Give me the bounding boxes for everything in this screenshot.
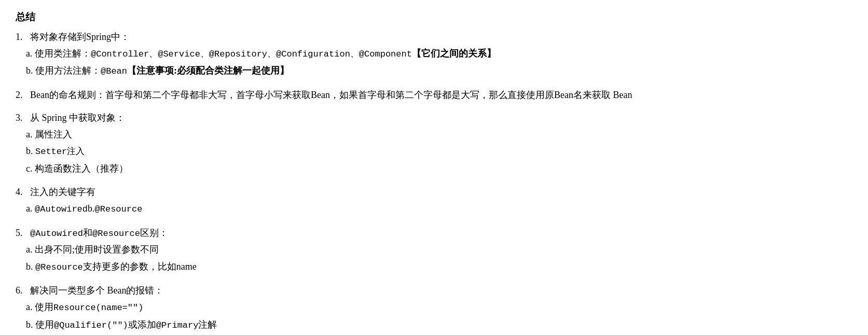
item-5-code1: @Autowired <box>30 229 83 239</box>
item-2-content: Bean的命名规则：首字母和第二个字母都非大写，首字母小写来获取Bean，如果首… <box>30 87 852 103</box>
item-5b-label: b. <box>26 261 35 272</box>
item-5b-post: 支持更多的参数，比如name <box>83 261 197 272</box>
section-title: 总结 <box>16 10 852 24</box>
item-6b-code1: @Qualifier("") <box>54 320 128 330</box>
item-5b: b. @Resource支持更多的参数，比如name <box>16 258 852 276</box>
content-area: 总结 1. 将对象存储到Spring中： a. 使用类注解：@Controlle… <box>16 10 852 333</box>
item-6-number: 6. <box>16 283 30 299</box>
item-1a: a. 使用类注解：@Controller、@Service、@Repositor… <box>16 45 852 63</box>
item-4: 4. 注入的关键字有 a. @Autowiredb.@Resource <box>16 184 852 217</box>
item-4a-code1: @Autowired <box>35 204 88 214</box>
item-4a-label2: b. <box>88 203 95 214</box>
item-3c-text: 构造函数注入（推荐） <box>35 163 128 174</box>
item-2-bean: Bean <box>613 90 632 100</box>
item-5a-label: a. <box>26 244 35 255</box>
item-5-post: 区别： <box>140 228 168 238</box>
item-4a-code2: @Resource <box>95 204 143 214</box>
item-1-content: 将对象存储到Spring中： <box>30 29 852 45</box>
item-5a: a. 出身不同;使用时设置参数不同 <box>16 241 852 258</box>
item-4-number: 4. <box>16 184 30 200</box>
item-1b-pre: 使用方法注解： <box>35 65 101 76</box>
item-3b-text: Setter注入 <box>35 147 85 157</box>
item-1: 1. 将对象存储到Spring中： a. 使用类注解：@Controller、@… <box>16 29 852 80</box>
item-1a-bold: 【它们之间的关系】 <box>412 48 496 59</box>
item-1a-pre: 使用类注解： <box>35 48 91 59</box>
item-6b-post: 注解 <box>198 319 217 330</box>
item-5-code2: @Resource <box>92 229 140 239</box>
item-6b: b. 使用@Qualifier("")或添加@Primary注解 <box>16 316 852 334</box>
item-3b-label: b. <box>26 146 35 156</box>
item-6b-label: b. <box>26 319 35 330</box>
item-6a: a. 使用Resource(name="") <box>16 299 852 316</box>
item-1a-label: a. <box>26 48 35 59</box>
item-5a-text: 出身不同;使用时设置参数不同 <box>35 244 159 255</box>
item-3a-text: 属性注入 <box>35 129 72 139</box>
item-6-content: 解决同一类型多个 Bean的报错： <box>30 283 852 299</box>
item-6b-pre: 使用 <box>35 319 54 330</box>
item-2: 2. Bean的命名规则：首字母和第二个字母都非大写，首字母小写来获取Bean，… <box>16 87 852 103</box>
item-1-number: 1. <box>16 29 30 45</box>
item-3c: c. 构造函数注入（推荐） <box>16 160 852 177</box>
item-6a-label: a. <box>26 302 35 312</box>
item-5-number: 5. <box>16 225 30 241</box>
item-1b-code: @Bean <box>101 66 127 76</box>
item-3c-label: c. <box>26 163 35 174</box>
item-4-content: 注入的关键字有 <box>30 184 852 200</box>
item-5-mid: 和 <box>83 228 92 238</box>
item-6b-mid: 或添加 <box>128 319 156 330</box>
item-3b: b. Setter注入 <box>16 143 852 160</box>
item-5b-code: @Resource <box>35 262 83 272</box>
item-6: 6. 解决同一类型多个 Bean的报错： a. 使用Resource(name=… <box>16 283 852 333</box>
item-4a-label: a. <box>26 203 35 214</box>
item-5: 5. @Autowired和@Resource区别： a. 出身不同;使用时设置… <box>16 225 852 276</box>
item-2-number: 2. <box>16 87 30 103</box>
item-6b-code2: @Primary <box>156 320 199 330</box>
item-3a-label: a. <box>26 129 35 139</box>
item-3a: a. 属性注入 <box>16 126 852 143</box>
item-4a: a. @Autowiredb.@Resource <box>16 200 852 218</box>
item-6a-pre: 使用 <box>35 302 53 312</box>
item-5-content: @Autowired和@Resource区别： <box>30 225 852 242</box>
item-3-content: 从 Spring 中获取对象： <box>30 110 852 126</box>
item-3-number: 3. <box>16 110 30 126</box>
item-1b-bold: 【注意事项:必须配合类注解一起使用】 <box>127 65 289 76</box>
item-1a-code: @Controller、@Service、@Repository、@Config… <box>91 49 412 59</box>
item-1b: b. 使用方法注解：@Bean【注意事项:必须配合类注解一起使用】 <box>16 62 852 80</box>
item-3: 3. 从 Spring 中获取对象： a. 属性注入 b. Setter注入 c… <box>16 110 852 177</box>
item-6a-code: Resource(name="") <box>53 303 143 313</box>
item-1b-label: b. <box>26 65 35 76</box>
